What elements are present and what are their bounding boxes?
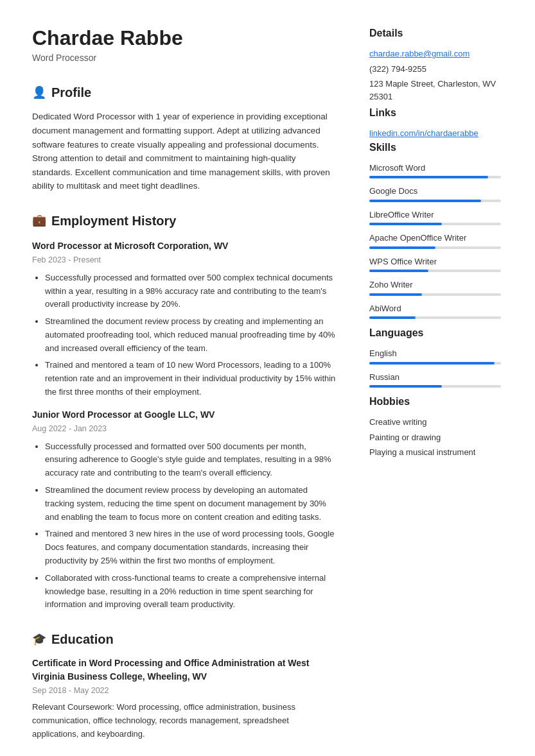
job-2-dates: Aug 2022 - Jan 2023 [32, 423, 337, 435]
header: Chardae Rabbe Word Processor [32, 26, 337, 65]
skill-name: AbiWord [369, 302, 501, 315]
lang-name: Russian [369, 371, 501, 384]
candidate-name: Chardae Rabbe [32, 26, 337, 50]
skill-bar-bg [369, 270, 501, 272]
hobby-item: Painting or drawing [369, 431, 501, 444]
edu-entry-1: Certificate in Word Processing and Offic… [32, 657, 337, 741]
list-item: Successfully processed and formatted ove… [45, 440, 337, 480]
list-item: Streamlined the document review process … [45, 315, 337, 355]
list-item: Streamlined the document review process … [45, 484, 337, 524]
skill-bar-bg [369, 293, 501, 296]
skill-bar-fill [369, 200, 481, 202]
skills-section: Skills Microsoft Word Google Docs LibreO… [369, 140, 501, 320]
job-1-dates: Feb 2023 - Present [32, 254, 337, 266]
skill-bar-fill [369, 246, 435, 249]
skills-label: Skills [369, 140, 501, 155]
skill-item: Apache OpenOffice Writer [369, 232, 501, 249]
job-2: Junior Word Processor at Google LLC, WV … [32, 408, 337, 612]
skill-item: Google Docs [369, 185, 501, 202]
lang-item: Russian [369, 371, 501, 388]
employment-label: Employment History [51, 211, 176, 230]
profile-icon: 👤 [32, 84, 46, 101]
skill-bar-fill [369, 293, 422, 296]
skill-bar-fill [369, 176, 488, 178]
edu-1-title: Certificate in Word Processing and Offic… [32, 657, 337, 683]
education-header: 🎓 Education [32, 630, 337, 649]
list-item: Successfully processed and formatted ove… [45, 271, 337, 311]
edu-1-description: Relevant Coursework: Word processing, of… [32, 701, 337, 741]
employment-icon: 💼 [32, 212, 46, 229]
skill-bar-bg [369, 246, 501, 249]
phone: (322) 794-9255 [369, 63, 501, 76]
linkedin-link[interactable]: linkedin.com/in/chardaerabbe [369, 127, 501, 140]
skill-bar-bg [369, 223, 501, 225]
skill-item: LibreOffice Writer [369, 209, 501, 226]
education-label: Education [51, 630, 114, 649]
skill-name: Google Docs [369, 185, 501, 198]
skill-bar-bg [369, 200, 501, 202]
skill-bar-fill [369, 316, 416, 319]
job-2-title: Junior Word Processor at Google LLC, WV [32, 408, 337, 422]
skill-item: AbiWord [369, 302, 501, 320]
profile-label: Profile [51, 83, 91, 102]
skill-name: Zoho Writer [369, 279, 501, 291]
education-icon: 🎓 [32, 631, 46, 648]
list-item: Trained and mentored 3 new hires in the … [45, 528, 337, 567]
employment-section: 💼 Employment History Word Processor at M… [32, 211, 337, 612]
profile-section: 👤 Profile Dedicated Word Processor with … [32, 83, 337, 193]
job-1-title: Word Processor at Microsoft Corporation,… [32, 239, 337, 253]
lang-bar-bg [369, 385, 501, 388]
hobby-item: Creative writing [369, 416, 501, 429]
list-item: Trained and mentored a team of 10 new Wo… [45, 359, 337, 399]
candidate-title: Word Processor [32, 51, 337, 65]
edu-1-dates: Sep 2018 - May 2022 [32, 685, 337, 697]
skill-bar-bg [369, 316, 501, 319]
details-section: Details chardae.rabbe@gmail.com (322) 79… [369, 26, 501, 103]
skill-item: Microsoft Word [369, 162, 501, 179]
hobbies-label: Hobbies [369, 394, 501, 409]
skill-name: WPS Office Writer [369, 255, 501, 268]
lang-name: English [369, 347, 501, 360]
skill-bar-fill [369, 270, 428, 272]
lang-bar-fill [369, 385, 442, 388]
lang-bar-fill [369, 362, 495, 365]
links-section: Links linkedin.com/in/chardaerabbe [369, 105, 501, 140]
job-1: Word Processor at Microsoft Corporation,… [32, 239, 337, 399]
links-label: Links [369, 105, 501, 121]
skill-bar-fill [369, 223, 442, 225]
lang-bar-bg [369, 362, 501, 365]
profile-header: 👤 Profile [32, 83, 337, 102]
education-section: 🎓 Education Certificate in Word Processi… [32, 630, 337, 741]
skill-item: WPS Office Writer [369, 255, 501, 273]
hobbies-section: Hobbies Creative writing Painting or dra… [369, 394, 501, 459]
email-link[interactable]: chardae.rabbe@gmail.com [369, 47, 501, 60]
languages-label: Languages [369, 325, 501, 341]
profile-text: Dedicated Word Processor with 1 year of … [32, 110, 337, 193]
details-label: Details [369, 26, 501, 41]
resume-page: Chardae Rabbe Word Processor 👤 Profile D… [0, 0, 535, 756]
list-item: Collaborated with cross-functional teams… [45, 572, 337, 612]
job-2-bullets: Successfully processed and formatted ove… [32, 440, 337, 612]
right-column: Details chardae.rabbe@gmail.com (322) 79… [356, 26, 520, 741]
skill-name: LibreOffice Writer [369, 209, 501, 221]
hobby-item: Playing a musical instrument [369, 446, 501, 459]
employment-header: 💼 Employment History [32, 211, 337, 230]
languages-section: Languages English Russian [369, 325, 501, 388]
lang-item: English [369, 347, 501, 365]
skill-name: Apache OpenOffice Writer [369, 232, 501, 245]
job-1-bullets: Successfully processed and formatted ove… [32, 271, 337, 399]
left-column: Chardae Rabbe Word Processor 👤 Profile D… [0, 26, 356, 741]
skill-item: Zoho Writer [369, 279, 501, 296]
skill-name: Microsoft Word [369, 162, 501, 175]
skill-bar-bg [369, 176, 501, 178]
address: 123 Maple Street, Charleston, WV 25301 [369, 78, 501, 103]
